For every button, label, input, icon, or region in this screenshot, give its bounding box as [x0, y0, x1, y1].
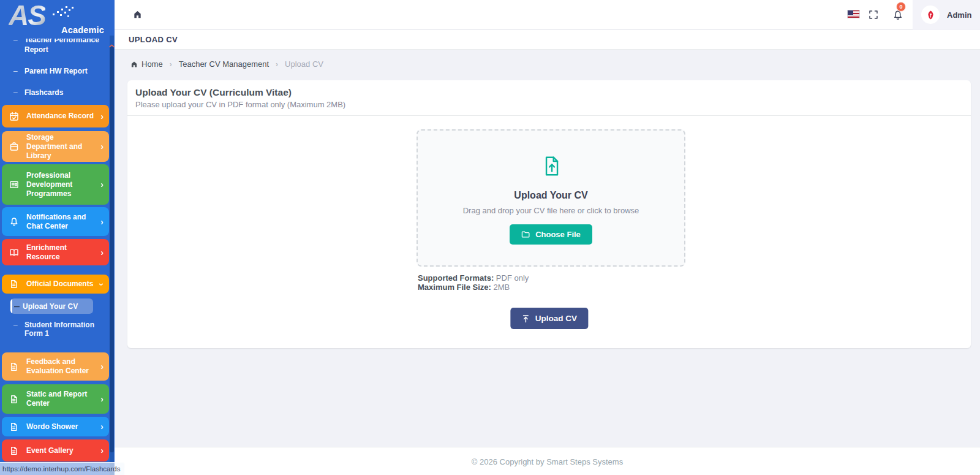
admin-profile-menu[interactable]: Admin — [913, 0, 980, 29]
active-indicator — [10, 298, 12, 314]
max-file-size-row: Maximum File Size: 2MB — [418, 283, 529, 292]
upload-icon — [521, 314, 530, 323]
sidebar-scrollbar-thumb[interactable] — [110, 47, 114, 452]
chevron-right-icon: › — [100, 395, 104, 403]
dash-icon: – — [13, 88, 24, 97]
app-root: { "brand": { "logo_text": "AS", "app_nam… — [0, 0, 980, 475]
sidebar-scrollbar[interactable] — [110, 36, 114, 475]
supported-formats-row: Supported Formats: PDF only — [418, 274, 529, 283]
upload-cv-label: Upload CV — [535, 314, 577, 323]
breadcrumb-separator: › — [276, 60, 278, 69]
file-icon — [9, 395, 20, 404]
card-header: Upload Your CV (Curriculum Vitae) Please… — [127, 80, 971, 116]
breadcrumb-separator: › — [170, 60, 172, 69]
us-flag-icon[interactable] — [847, 10, 860, 18]
sidebar-item-professional-development-programmes[interactable]: Professional Development Programmes › — [2, 164, 109, 205]
breadcrumb-home[interactable]: Home — [130, 59, 163, 69]
upload-cv-card: Upload Your CV (Curriculum Vitae) Please… — [127, 80, 971, 348]
chevron-right-icon: › — [100, 180, 104, 189]
sidebar-item-notifications-and-chat-center[interactable]: Notifications and Chat Center › — [2, 207, 109, 236]
breadcrumb-item-upload-cv: Upload CV — [285, 59, 323, 69]
sidebar-item-static-and-report-center[interactable]: Static and Report Center › — [2, 384, 109, 414]
upload-requirements: Supported Formats: PDF only Maximum File… — [418, 274, 529, 292]
sidebar-item-official-documents[interactable]: Official Documents › — [2, 275, 109, 294]
dash-icon: – — [13, 321, 24, 338]
newspaper-icon — [9, 180, 20, 189]
scroll-up-icon[interactable] — [109, 39, 115, 50]
fullscreen-icon[interactable] — [869, 10, 878, 21]
file-icon — [9, 279, 20, 289]
sidebar-item-feedback-and-evaluation-center[interactable]: Feedback and Evaluation Center › — [2, 352, 109, 381]
breadcrumb: Home › Teacher CV Management › Upload CV — [130, 59, 323, 69]
dropzone-hint: Drag and drop your CV file here or click… — [418, 206, 684, 215]
file-icon — [9, 446, 20, 455]
chevron-right-icon: › — [100, 362, 104, 371]
sidebar-menu: – Teacher Performance Report – Parent HW… — [0, 0, 115, 475]
sidebar-item-parent-hw-report[interactable]: – Parent HW Report — [0, 66, 109, 76]
chevron-right-icon: › — [100, 248, 104, 257]
dash-icon: – — [13, 66, 24, 76]
browser-status-link-preview: https://demo.interhup.com/Flashcards — [0, 462, 125, 475]
chevron-down-icon: › — [98, 283, 107, 286]
avatar — [921, 6, 940, 24]
app-name: Academic — [61, 25, 104, 35]
calendar-check-icon — [9, 112, 20, 121]
copyright-text: © 2026 Copyright by Smart Steps Systems — [115, 457, 980, 466]
chevron-right-icon: › — [100, 218, 104, 226]
box-icon — [9, 142, 20, 151]
folder-icon — [521, 230, 530, 238]
main-content: Home › Teacher CV Management › Upload CV… — [115, 50, 980, 447]
bell-icon — [9, 217, 20, 227]
sidebar-item-flashcards[interactable]: – Flashcards — [0, 88, 109, 97]
chevron-right-icon: › — [100, 142, 104, 151]
dropzone-heading: Upload Your CV — [418, 190, 684, 201]
breadcrumb-item-teacher-cv-management[interactable]: Teacher CV Management — [179, 59, 269, 69]
dash-icon: – — [14, 301, 23, 312]
bell-icon — [892, 10, 903, 23]
page-title-bar: UPLOAD CV — [115, 30, 980, 50]
logo-mark: AS — [9, 0, 45, 32]
sidebar-item-attendance-record[interactable]: Attendance Record › — [2, 105, 109, 127]
sidebar-subitem-student-information-form-1[interactable]: – Student Information Form 1 — [0, 321, 109, 338]
pen-nib-icon — [925, 10, 936, 20]
chevron-right-icon: › — [100, 446, 104, 455]
footer: © 2026 Copyright by Smart Steps Systems — [115, 447, 980, 475]
file-icon — [9, 422, 20, 431]
card-subtitle: Please upload your CV in PDF format only… — [135, 100, 961, 109]
chevron-right-icon: › — [100, 112, 104, 121]
cv-dropzone[interactable]: Upload Your CV Drag and drop your CV fil… — [417, 129, 685, 267]
logo-dots-decoration — [53, 13, 55, 15]
upload-cv-button[interactable]: Upload CV — [510, 308, 588, 329]
home-icon — [130, 61, 138, 68]
admin-username: Admin — [947, 10, 971, 20]
notification-count-badge: 0 — [896, 2, 906, 12]
file-upload-icon — [418, 155, 684, 180]
sidebar-item-enrichment-resource[interactable]: Enrichment Resource › — [2, 239, 109, 265]
choose-file-button[interactable]: Choose File — [510, 224, 592, 245]
card-title: Upload Your CV (Curriculum Vitae) — [135, 87, 961, 98]
choose-file-label: Choose File — [535, 230, 581, 239]
chevron-right-icon: › — [100, 422, 104, 431]
notifications-bell[interactable]: 0 — [891, 2, 910, 23]
topbar: 0 Admin — [115, 0, 980, 29]
open-book-icon — [9, 248, 20, 257]
sidebar-item-event-gallery[interactable]: Event Gallery › — [2, 439, 109, 462]
flag-canton — [848, 10, 853, 15]
sidebar-item-storage-department-and-library[interactable]: Storage Department and Library › — [2, 131, 109, 162]
file-icon — [9, 362, 20, 371]
brand-logo[interactable]: AS Academic — [0, 0, 115, 39]
sidebar: – Teacher Performance Report – Parent HW… — [0, 0, 115, 475]
page-title: UPLOAD CV — [129, 35, 178, 44]
sidebar-item-wordo-shower[interactable]: Wordo Shower › — [2, 417, 109, 436]
status-url: https://demo.interhup.com/Flashcards — [2, 465, 120, 473]
home-icon[interactable] — [133, 10, 142, 21]
sidebar-subitem-upload-your-cv[interactable]: – Upload Your CV — [10, 298, 93, 314]
